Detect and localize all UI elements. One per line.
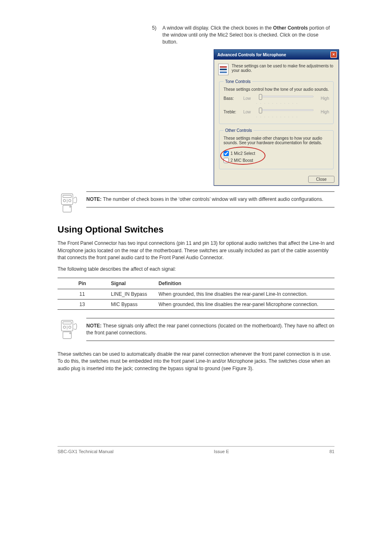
para-1: The Front Panel Connector has two input …: [58, 240, 334, 261]
step-number: 5): [152, 25, 161, 32]
bass-label: Bass:: [224, 96, 239, 101]
checkbox-mic2-select[interactable]: [224, 151, 229, 156]
cell-pin: 13: [58, 299, 107, 309]
svg-point-10: [69, 326, 71, 329]
treble-low: Low: [243, 110, 255, 114]
checkbox-mic-boost[interactable]: [224, 158, 229, 163]
note1-label: NOTE:: [86, 196, 101, 202]
note-1: NOTE: The number of check boxes in the ‘…: [58, 191, 334, 214]
footer-issue: Issue E: [214, 449, 229, 454]
legend-tone-controls: Tone Controls: [224, 79, 252, 84]
para-3: These switches can be used to automatica…: [58, 351, 334, 372]
dialog-advanced-controls: Advanced Controls for Microphone × These…: [214, 49, 339, 186]
step-text: A window will display. Click the check b…: [162, 25, 332, 45]
bass-high: High: [318, 96, 329, 101]
close-icon[interactable]: ×: [330, 51, 337, 58]
cell-signal: LINE_IN Bypass: [107, 289, 154, 299]
section-heading: Using Optional Switches: [58, 224, 334, 235]
bass-ticks: ' ' ' ' ' ' ' ' ' ' ': [256, 102, 329, 106]
table-header-row: Pin Signal Definition: [58, 278, 334, 289]
note-2: NOTE: These signals only affect the rear…: [58, 318, 334, 341]
treble-label: Treble:: [224, 110, 239, 114]
svg-point-9: [63, 326, 66, 329]
svg-point-6: [69, 206, 71, 207]
svg-point-2: [63, 200, 66, 202]
mixer-icon: [218, 64, 228, 75]
table-row: 11 LINE_IN Bypass When grounded, this li…: [58, 289, 334, 299]
note1-text: The number of check boxes in the ‘other …: [101, 196, 323, 202]
bass-slider[interactable]: Bass: Low High: [224, 95, 329, 101]
footer-manual: SBC-GX1 Technical Manual: [58, 449, 113, 454]
page-footer: SBC-GX1 Technical Manual Issue E 81: [58, 446, 334, 454]
treble-slider[interactable]: Treble: Low High: [224, 108, 329, 115]
table-row: 13 MIC Bypass When grounded, this line d…: [58, 299, 334, 309]
checkbox-mic2-label: 1 Mic2 Select: [231, 151, 255, 156]
svg-rect-8: [63, 322, 71, 324]
cell-pin: 11: [58, 289, 107, 299]
th-pin: Pin: [58, 278, 107, 289]
note2-text: These signals only affect the rear panel…: [86, 323, 334, 336]
cell-definition: When grounded, this line disables the re…: [154, 289, 334, 299]
treble-high: High: [318, 110, 329, 114]
robot-icon: [58, 318, 81, 341]
svg-point-3: [69, 200, 71, 202]
cell-signal: MIC Bypass: [107, 299, 154, 309]
tone-desc: These settings control how the tone of y…: [224, 87, 329, 92]
th-signal: Signal: [107, 278, 154, 289]
legend-other-controls: Other Controls: [224, 128, 254, 133]
para-2: The following table describes the affect…: [58, 266, 334, 273]
checkbox-mic-boost-label: 2 MIC Boost: [231, 158, 253, 163]
step-text-a: A window will display. Click the check b…: [162, 25, 273, 31]
dialog-footer: Close: [218, 173, 334, 183]
bass-low: Low: [243, 96, 255, 101]
dialog-intro-text: These settings can be used to make fine …: [232, 64, 334, 75]
dialog-intro: These settings can be used to make fine …: [218, 64, 334, 75]
other-desc: These settings make other changes to how…: [224, 136, 329, 145]
signal-table: Pin Signal Definition 11 LINE_IN Bypass …: [58, 278, 334, 310]
bass-thumb[interactable]: [259, 94, 262, 100]
fieldset-other-controls: Other Controls These settings make other…: [219, 128, 334, 169]
treble-ticks: ' ' ' ' ' ' ' ' ' ' ': [256, 116, 329, 120]
close-button[interactable]: Close: [308, 176, 334, 183]
footer-page: 81: [330, 449, 334, 454]
svg-point-13: [69, 333, 71, 334]
th-definition: Definition: [154, 278, 334, 289]
step-5: 5) A window will display. Click the chec…: [152, 25, 333, 45]
note2-label: NOTE:: [86, 323, 101, 329]
dialog-titlebar: Advanced Controls for Microphone ×: [214, 50, 339, 60]
treble-thumb[interactable]: [259, 108, 262, 113]
cell-definition: When grounded, this line disables the re…: [154, 299, 334, 309]
svg-rect-1: [63, 196, 71, 198]
robot-icon: [58, 191, 81, 214]
dialog-title: Advanced Controls for Microphone: [217, 53, 286, 57]
fieldset-tone-controls: Tone Controls These settings control how…: [219, 79, 334, 124]
step-text-bold: Other Controls: [273, 25, 308, 31]
